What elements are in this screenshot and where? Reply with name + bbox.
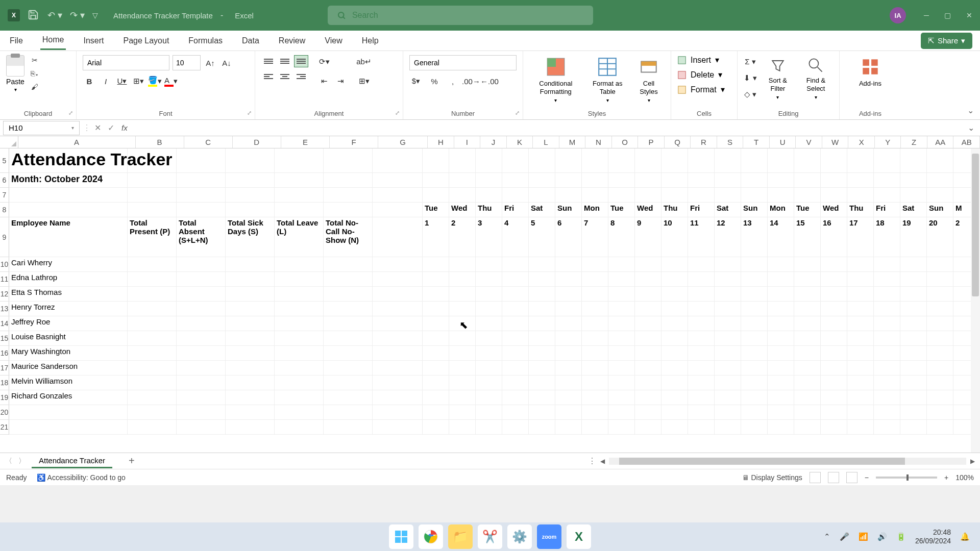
cell[interactable]: Sun [927,203,953,217]
cell[interactable] [688,346,715,361]
cell[interactable] [768,173,794,188]
cell[interactable] [555,188,582,203]
cell[interactable] [847,316,874,331]
cell[interactable] [177,287,226,302]
col-header[interactable]: J [480,136,507,148]
cell[interactable] [662,302,688,316]
cell[interactable] [476,173,502,188]
cell[interactable] [476,420,502,435]
page-break-view-button[interactable] [846,472,857,483]
cell[interactable] [927,173,953,188]
percent-button[interactable]: % [428,74,441,88]
cell[interactable] [635,302,662,316]
cell[interactable] [582,405,608,420]
display-settings-button[interactable]: 🖥 Display Settings [742,473,802,482]
row-header[interactable]: 10 [0,257,9,272]
cell[interactable] [847,361,874,375]
cell[interactable] [847,405,874,420]
normal-view-button[interactable] [810,472,821,483]
start-button[interactable] [389,524,413,549]
insert-cells-button[interactable]: Insert ▾ [677,55,731,65]
cell[interactable] [226,405,275,420]
cell[interactable] [582,173,608,188]
cell[interactable]: Sun [555,203,582,217]
cell[interactable]: Henry Torrez [9,302,128,316]
col-header[interactable]: O [612,136,639,148]
cell[interactable] [608,316,635,331]
comma-button[interactable]: , [446,74,459,88]
cell[interactable] [900,375,927,390]
cell[interactable] [555,420,582,435]
font-color-button[interactable]: A▾ [164,74,178,88]
snipping-tool-icon[interactable]: ✂️ [478,524,502,549]
cell[interactable] [177,257,226,272]
find-select-button[interactable]: Find & Select▾ [799,55,833,101]
cell[interactable] [373,148,423,173]
cell[interactable] [741,257,768,272]
col-header[interactable]: Z [901,136,927,148]
cell[interactable] [847,148,874,173]
cell[interactable] [768,272,794,287]
cell[interactable]: 5 [529,217,555,257]
cell[interactable] [449,302,476,316]
cell[interactable] [768,302,794,316]
cell[interactable] [582,390,608,405]
zoom-level[interactable]: 100% [955,473,974,482]
cell[interactable]: Mary Washington [9,346,128,361]
cell[interactable] [794,375,821,390]
cell[interactable] [608,188,635,203]
cell[interactable] [927,257,953,272]
cell[interactable] [608,302,635,316]
cell[interactable] [794,331,821,346]
col-header[interactable]: F [330,136,378,148]
cell[interactable] [794,361,821,375]
cell[interactable] [324,272,373,287]
cell[interactable]: 16 [821,217,847,257]
cell[interactable] [715,390,741,405]
cell[interactable] [226,203,275,217]
cell[interactable] [449,173,476,188]
cell[interactable] [529,390,555,405]
sort-filter-button[interactable]: Sort & Filter▾ [762,55,794,101]
cell[interactable] [128,173,177,188]
cell[interactable] [741,331,768,346]
col-header[interactable]: M [559,136,586,148]
number-dialog-launcher[interactable]: ⤢ [515,110,520,116]
font-size-select[interactable] [173,55,201,70]
cell[interactable] [555,405,582,420]
cell[interactable] [635,405,662,420]
cell[interactable] [226,331,275,346]
cell[interactable] [177,302,226,316]
col-header[interactable]: W [822,136,849,148]
cell[interactable] [794,287,821,302]
cell[interactable] [768,420,794,435]
cell[interactable] [582,272,608,287]
cell[interactable]: 11 [688,217,715,257]
cell[interactable] [128,375,177,390]
cell[interactable] [582,316,608,331]
cell[interactable] [662,257,688,272]
cell[interactable] [874,405,900,420]
cell[interactable] [794,188,821,203]
collapse-ribbon-icon[interactable]: ⌄ [967,106,974,115]
cell[interactable] [502,173,529,188]
horizontal-scrollbar[interactable] [609,458,966,465]
cell[interactable] [502,257,529,272]
cell[interactable] [177,375,226,390]
cell[interactable] [226,375,275,390]
cell[interactable] [608,173,635,188]
cell[interactable] [608,272,635,287]
cell[interactable] [768,287,794,302]
cell[interactable] [688,405,715,420]
cell[interactable] [582,287,608,302]
cell[interactable] [128,405,177,420]
col-header[interactable]: X [848,136,875,148]
cell[interactable] [847,173,874,188]
cell[interactable] [821,272,847,287]
cell[interactable]: 2 [449,217,476,257]
cell[interactable] [177,405,226,420]
cell[interactable] [874,148,900,173]
cell[interactable]: 9 [635,217,662,257]
row-header[interactable]: 13 [0,302,9,316]
cell[interactable]: Wed [449,203,476,217]
